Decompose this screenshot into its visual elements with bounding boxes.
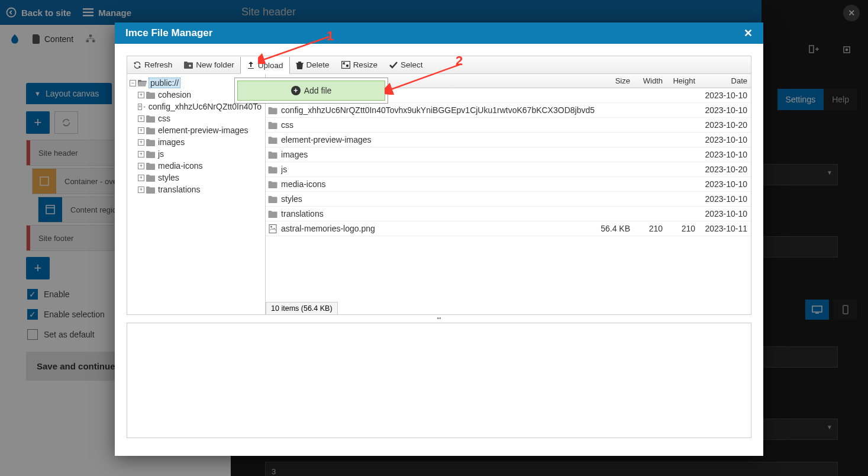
folder-icon — [146, 139, 155, 146]
tree-item[interactable]: +css — [130, 112, 263, 124]
folder-icon — [268, 136, 277, 144]
add-file-button[interactable]: + Add file — [237, 81, 385, 101]
svg-rect-16 — [341, 62, 350, 69]
folder-icon — [268, 181, 277, 188]
annotation-label-2: 2 — [456, 53, 463, 69]
file-row[interactable]: media-icons2023-10-10 — [266, 177, 751, 192]
collapse-icon[interactable]: − — [130, 80, 136, 86]
tree-item[interactable]: +element-preview-images — [130, 124, 263, 136]
expand-icon[interactable]: + — [138, 186, 144, 193]
folder-icon — [146, 115, 155, 123]
tree-item[interactable]: +images — [130, 136, 263, 148]
folder-icon — [146, 150, 155, 158]
file-icon — [268, 224, 277, 233]
svg-point-19 — [271, 226, 272, 227]
tree-item[interactable]: +js — [130, 148, 263, 160]
folder-open-icon — [138, 79, 147, 87]
modal-close-button[interactable]: ✕ — [744, 27, 753, 40]
fm-file-list: Size Width Height Date 2023-10-10config_… — [266, 74, 751, 314]
fm-resize-button[interactable]: Resize — [335, 56, 383, 73]
expand-icon[interactable]: + — [138, 115, 144, 122]
modal-title: Imce File Manager — [125, 27, 212, 39]
folder-icon — [146, 174, 155, 182]
folder-icon — [146, 91, 155, 99]
fm-delete-button[interactable]: Delete — [290, 56, 335, 73]
drag-handle[interactable]: •• — [127, 315, 751, 320]
col-width-header[interactable]: Width — [630, 76, 663, 85]
expand-icon[interactable]: + — [138, 127, 144, 134]
file-row[interactable]: js2023-10-20 — [266, 162, 751, 177]
fm-refresh-button[interactable]: Refresh — [127, 56, 178, 73]
col-size-header[interactable]: Size — [595, 76, 630, 85]
folder-icon — [146, 162, 155, 170]
plus-circle-icon: + — [291, 86, 301, 95]
expand-icon[interactable]: + — [138, 139, 144, 146]
folder-icon — [146, 127, 155, 134]
tree-item[interactable]: +styles — [130, 172, 263, 184]
file-row[interactable]: styles2023-10-10 — [266, 192, 751, 207]
folder-icon — [146, 186, 155, 194]
file-row[interactable]: astral-memories-logo.png56.4 KB210210202… — [266, 221, 751, 236]
folder-icon — [144, 103, 145, 111]
col-date-header[interactable]: Date — [695, 76, 747, 85]
fm-select-button[interactable]: Select — [383, 56, 429, 73]
folder-icon — [268, 121, 277, 129]
file-row[interactable]: css2023-10-20 — [266, 118, 751, 133]
folder-icon — [268, 107, 277, 114]
folder-icon — [268, 210, 277, 218]
folder-icon — [268, 195, 277, 203]
col-height-header[interactable]: Height — [663, 76, 695, 85]
svg-rect-18 — [269, 224, 276, 233]
folder-icon — [268, 166, 277, 173]
file-row[interactable]: config_xhhzUc6NrQZtt0In40Tovhx9ukYniBGGE… — [266, 103, 751, 118]
file-manager: Refresh New folder Upload Delete Resize — [127, 56, 751, 315]
svg-point-17 — [346, 65, 348, 67]
fm-new-folder-button[interactable]: New folder — [178, 56, 240, 73]
file-manager-modal: Imce File Manager ✕ Refresh New folder U… — [115, 22, 763, 456]
fm-upload-button[interactable]: Upload — [240, 57, 290, 74]
expand-icon[interactable]: + — [138, 104, 142, 110]
tree-item[interactable]: +media-icons — [130, 160, 263, 172]
tree-item[interactable]: +translations — [130, 184, 263, 195]
folder-icon — [268, 151, 277, 159]
fm-status-bar: 10 items (56.4 KB) — [266, 302, 338, 314]
expand-icon[interactable]: + — [138, 163, 144, 169]
file-row[interactable]: translations2023-10-10 — [266, 207, 751, 221]
fm-toolbar: Refresh New folder Upload Delete Resize — [127, 56, 751, 74]
annotation-label-1: 1 — [327, 28, 334, 44]
upload-dropdown-panel: + Add file — [234, 78, 388, 104]
file-row[interactable]: element-preview-images2023-10-10 — [266, 133, 751, 147]
expand-icon[interactable]: + — [138, 151, 144, 157]
fm-folder-tree: − public:// +cohesion+config_xhhzUc6NrQZ… — [127, 74, 266, 314]
expand-icon[interactable]: + — [138, 92, 144, 98]
expand-icon[interactable]: + — [138, 175, 144, 181]
modal-header: Imce File Manager ✕ — [115, 22, 763, 44]
file-row[interactable]: images2023-10-10 — [266, 147, 751, 162]
fm-preview-pane — [127, 323, 751, 438]
